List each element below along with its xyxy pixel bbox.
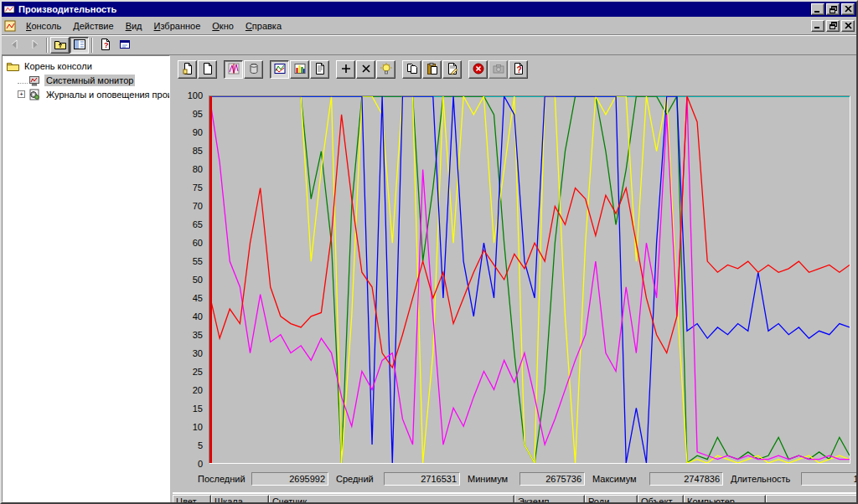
view-report-button[interactable]: [310, 60, 329, 79]
show-hide-tree-button[interactable]: [70, 37, 89, 54]
legend-column-Экземп[interactable]: Экземп: [514, 495, 585, 502]
highlight-button[interactable]: [376, 60, 395, 79]
menu-bar: КонсольДействиеВидИзбранноеОкноСправка: [2, 17, 856, 35]
paste-counter-list-button[interactable]: [422, 60, 442, 79]
stat-label: Минимум: [468, 474, 516, 484]
y-tick-85: 85: [173, 146, 203, 156]
up-level-button[interactable]: [50, 37, 70, 54]
tree-item-0[interactable]: Корень консоли: [3, 59, 169, 73]
stat-label: Длительность: [731, 474, 798, 484]
view-chart-button[interactable]: [270, 60, 289, 79]
sweep-marker-line: [209, 96, 212, 463]
counter-statistics: Последний2695992Средний2716531Минимум267…: [173, 471, 856, 487]
y-tick-95: 95: [173, 109, 203, 119]
menu-2[interactable]: Вид: [120, 18, 148, 33]
back-button: [5, 37, 24, 54]
properties-button[interactable]: [442, 60, 462, 79]
help-button[interactable]: ?: [509, 60, 528, 79]
stat-2: Минимум2675736: [468, 472, 585, 486]
restore-button[interactable]: [826, 3, 840, 15]
stat-0: Последний2695992: [198, 472, 328, 486]
up-folder-icon: [54, 38, 67, 53]
stat-value: 2747836: [649, 472, 723, 486]
chart-plot-area: [209, 95, 850, 464]
legend-column-Роди[interactable]: Роди: [585, 495, 638, 502]
expand-box-icon[interactable]: +: [18, 90, 25, 98]
legend-column-Шкала[interactable]: Шкала: [211, 495, 269, 502]
view-histogram-button[interactable]: [290, 60, 309, 79]
new-window-button[interactable]: [115, 37, 134, 54]
tree-item-1[interactable]: Системный монитор: [3, 73, 169, 87]
y-tick-75: 75: [173, 183, 203, 193]
console-tree: Корень консолиСистемный монитор+Журналы …: [2, 55, 170, 502]
stat-label: Максимум: [592, 474, 646, 484]
graph-toolbar: ?: [178, 59, 529, 80]
y-tick-65: 65: [173, 219, 203, 229]
menu-3[interactable]: Избранное: [148, 18, 207, 33]
svg-text:?: ?: [104, 41, 109, 49]
tree-toggle-icon: [73, 38, 86, 53]
view-log-data-button[interactable]: [244, 60, 263, 79]
arrow-right-icon: [28, 38, 41, 53]
lightbulb-icon: [380, 62, 393, 77]
new-counter-set-button[interactable]: [178, 60, 197, 79]
copy-properties-button[interactable]: [402, 60, 421, 79]
camera-icon: [492, 62, 505, 77]
child-close-button[interactable]: [841, 20, 855, 32]
y-tick-70: 70: [173, 201, 203, 211]
y-tick-5: 5: [173, 440, 203, 450]
y-tick-25: 25: [173, 367, 203, 377]
legend-column-filler: [766, 495, 856, 502]
main-area: Корень консолиСистемный монитор+Журналы …: [2, 55, 856, 502]
sysmon-icon: [28, 74, 41, 87]
y-tick-55: 55: [173, 256, 203, 266]
menu-0[interactable]: Консоль: [20, 18, 67, 33]
y-tick-80: 80: [173, 164, 203, 174]
current-activity-icon: [227, 62, 240, 77]
stat-value: 2716531: [384, 472, 460, 486]
paste-icon: [426, 62, 439, 77]
delete-counter-button[interactable]: [356, 60, 375, 79]
tree-item-label: Системный монитор: [44, 75, 135, 86]
tree-item-label: Корень консоли: [23, 60, 94, 72]
legend-column-Объект[interactable]: Объект: [638, 495, 684, 502]
toolbar-separator: [46, 38, 48, 53]
chart-lines: [209, 96, 850, 463]
view-current-activity-button[interactable]: [224, 60, 243, 79]
window-controls: [809, 3, 855, 15]
y-tick-15: 15: [173, 404, 203, 414]
legend-column-Цвет[interactable]: Цвет: [173, 495, 211, 502]
window-title: Производительность: [18, 4, 809, 14]
legend-table-header: ЦветШкалаСчетчикЭкземпРодиОбъектКомпьюте…: [173, 492, 856, 502]
close-button[interactable]: [841, 3, 855, 15]
legend-column-Компьютер[interactable]: Компьютер: [684, 495, 766, 502]
menu-4[interactable]: Окно: [206, 18, 240, 33]
child-minimize-button[interactable]: [811, 20, 824, 32]
stat-label: Средний: [336, 474, 380, 484]
freeze-display-button[interactable]: [468, 60, 488, 79]
stat-3: Максимум2747836: [592, 472, 723, 486]
child-restore-button[interactable]: [826, 20, 840, 32]
clear-display-button[interactable]: [198, 60, 217, 79]
new-window-icon: [118, 38, 132, 53]
stat-4: Длительность1:40: [731, 472, 856, 486]
toolbar-separator: [91, 38, 93, 53]
legend-column-Счетчик[interactable]: Счетчик: [269, 495, 514, 502]
title-bar[interactable]: Производительность: [2, 2, 856, 17]
help-topics-button[interactable]: ?: [96, 37, 115, 54]
tree-item-2[interactable]: +Журналы и оповещения прои: [3, 87, 169, 101]
copy-icon: [406, 62, 419, 77]
y-tick-90: 90: [173, 127, 203, 137]
minimize-button[interactable]: [811, 3, 824, 15]
y-tick-60: 60: [173, 238, 203, 248]
log-cylinder-icon: [247, 62, 261, 77]
menu-5[interactable]: Справка: [240, 18, 287, 33]
menu-1[interactable]: Действие: [67, 18, 119, 33]
page-clear-icon: [201, 62, 214, 77]
menu-items: КонсольДействиеВидИзбранноеОкноСправка: [20, 18, 287, 33]
stat-value: 1:40: [801, 472, 856, 486]
y-tick-35: 35: [173, 330, 203, 340]
child-window-controls: [809, 20, 855, 32]
add-counter-button[interactable]: [336, 60, 355, 79]
arrow-left-icon: [8, 38, 22, 53]
